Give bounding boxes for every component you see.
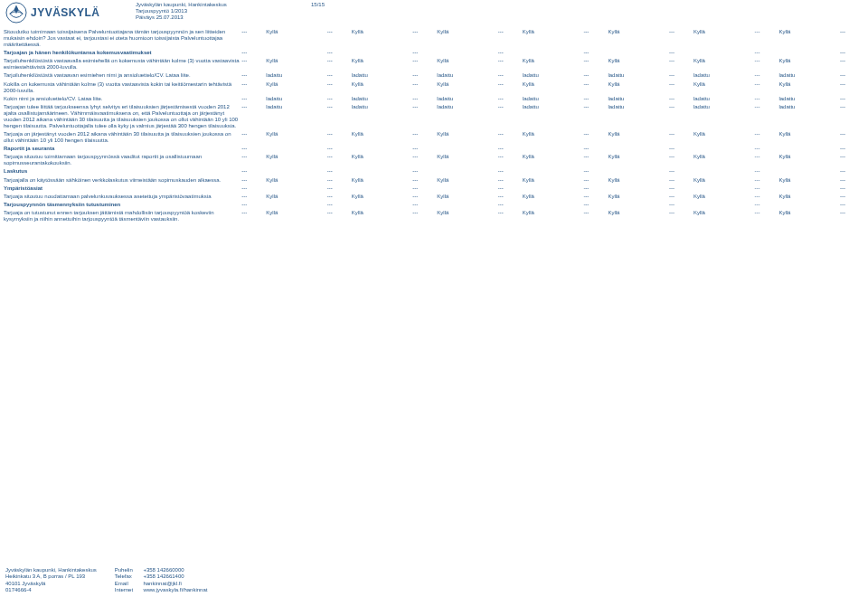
city-logo-icon xyxy=(5,2,27,24)
cell-value: Kyllä xyxy=(352,153,413,167)
cell-value: ladattu xyxy=(693,103,755,130)
cell-value: Kyllä xyxy=(608,209,669,223)
cell-dash: --- xyxy=(840,95,864,103)
cell-dash: --- xyxy=(241,103,266,130)
cell-value xyxy=(608,201,669,209)
cell-value: Kyllä xyxy=(266,28,327,49)
cell-dash: --- xyxy=(498,130,523,145)
cell-dash: --- xyxy=(754,103,778,130)
row-label: Tarjoaja on järjestänyt vuoden 2012 aika… xyxy=(4,130,241,145)
cell-dash: --- xyxy=(327,28,352,49)
cell-value xyxy=(693,49,755,57)
cell-dash: --- xyxy=(327,185,352,193)
cell-dash: --- xyxy=(669,103,693,130)
row-label: Raportit ja seuranta xyxy=(4,145,241,153)
cell-value: Kyllä xyxy=(437,193,498,201)
cell-dash: --- xyxy=(583,201,608,209)
cell-dash: --- xyxy=(327,145,352,153)
row-label: Laskutus xyxy=(4,167,241,175)
cell-value xyxy=(266,145,327,153)
cell-value: Kyllä xyxy=(437,81,498,95)
cell-dash: --- xyxy=(754,95,778,103)
cell-dash: --- xyxy=(669,209,693,223)
row-label: Tarjoajan ja hänen henkilökuntansa kokem… xyxy=(4,49,241,57)
cell-value: Kyllä xyxy=(437,153,498,167)
cell-dash: --- xyxy=(412,28,437,49)
cell-dash: --- xyxy=(840,209,864,223)
cell-dash: --- xyxy=(840,193,864,201)
row-label: Tarjoiluhenkilöstöstä vastaavan esimiehe… xyxy=(4,71,241,80)
cell-value: ladattu xyxy=(437,95,498,103)
cell-value: ladattu xyxy=(608,103,669,130)
cell-dash: --- xyxy=(669,145,693,153)
cell-value: ladattu xyxy=(778,103,840,130)
cell-value: ladattu xyxy=(693,71,755,80)
cell-dash: --- xyxy=(412,201,437,209)
cell-dash: --- xyxy=(583,57,608,71)
cell-dash: --- xyxy=(669,28,693,49)
cell-value xyxy=(693,185,755,193)
cell-dash: --- xyxy=(583,167,608,175)
cell-value xyxy=(352,167,413,175)
cell-value: ladattu xyxy=(266,71,327,80)
cell-value: ladattu xyxy=(778,95,840,103)
cell-value: Kyllä xyxy=(266,176,327,185)
row-label: Tarjoaja on tutustunut ennen tarjouksen … xyxy=(4,209,241,223)
cell-value: Kyllä xyxy=(437,28,498,49)
cell-dash: --- xyxy=(241,28,266,49)
cell-dash: --- xyxy=(583,193,608,201)
cell-value: Kyllä xyxy=(693,28,755,49)
table-row: Kokilla on kokemusta vähintään kolme (3)… xyxy=(4,81,864,95)
cell-value: Kyllä xyxy=(608,153,669,167)
footer-phone: +358 142660000 xyxy=(143,567,184,573)
cell-dash: --- xyxy=(498,49,523,57)
cell-value xyxy=(523,145,584,153)
cell-value: Kyllä xyxy=(352,193,413,201)
cell-dash: --- xyxy=(241,185,266,193)
cell-value: Kyllä xyxy=(693,209,755,223)
table-row: Tarjoaja on järjestänyt vuoden 2012 aika… xyxy=(4,130,864,145)
cell-dash: --- xyxy=(412,57,437,71)
cell-value xyxy=(523,167,584,175)
cell-value: Kyllä xyxy=(523,28,584,49)
cell-dash: --- xyxy=(840,130,864,145)
cell-dash: --- xyxy=(754,130,778,145)
cell-dash: --- xyxy=(241,167,266,175)
cell-dash: --- xyxy=(669,81,693,95)
cell-value: Kyllä xyxy=(778,176,840,185)
cell-value xyxy=(352,145,413,153)
cell-dash: --- xyxy=(241,130,266,145)
cell-dash: --- xyxy=(669,57,693,71)
cell-dash: --- xyxy=(241,57,266,71)
cell-dash: --- xyxy=(241,209,266,223)
cell-dash: --- xyxy=(754,193,778,201)
cell-value: ladattu xyxy=(693,95,755,103)
cell-value: Kyllä xyxy=(693,57,755,71)
cell-value: Kyllä xyxy=(437,209,498,223)
cell-dash: --- xyxy=(241,49,266,57)
cell-value: Kyllä xyxy=(437,57,498,71)
table-row: Tarjoaja sitoutuu toimittamaan tarjouspy… xyxy=(4,153,864,167)
footer-addr4: 0174666-4 xyxy=(5,587,97,593)
footer-addr3: 40101 Jyväskylä xyxy=(5,581,97,587)
cell-value: ladattu xyxy=(523,103,584,130)
footer-fax-label: Telefax xyxy=(115,573,142,580)
footer-email: hankinnat@jkl.fi xyxy=(143,581,181,586)
cell-value xyxy=(778,185,840,193)
cell-value xyxy=(266,49,327,57)
cell-dash: --- xyxy=(412,103,437,130)
cell-dash: --- xyxy=(412,176,437,185)
cell-dash: --- xyxy=(583,71,608,80)
cell-value: Kyllä xyxy=(266,193,327,201)
cell-value xyxy=(523,185,584,193)
cell-dash: --- xyxy=(327,49,352,57)
cell-value xyxy=(437,49,498,57)
cell-value xyxy=(437,167,498,175)
cell-value xyxy=(693,145,755,153)
cell-dash: --- xyxy=(669,130,693,145)
cell-dash: --- xyxy=(840,201,864,209)
cell-value xyxy=(437,145,498,153)
cell-dash: --- xyxy=(241,95,266,103)
cell-dash: --- xyxy=(412,153,437,167)
cell-value xyxy=(523,201,584,209)
